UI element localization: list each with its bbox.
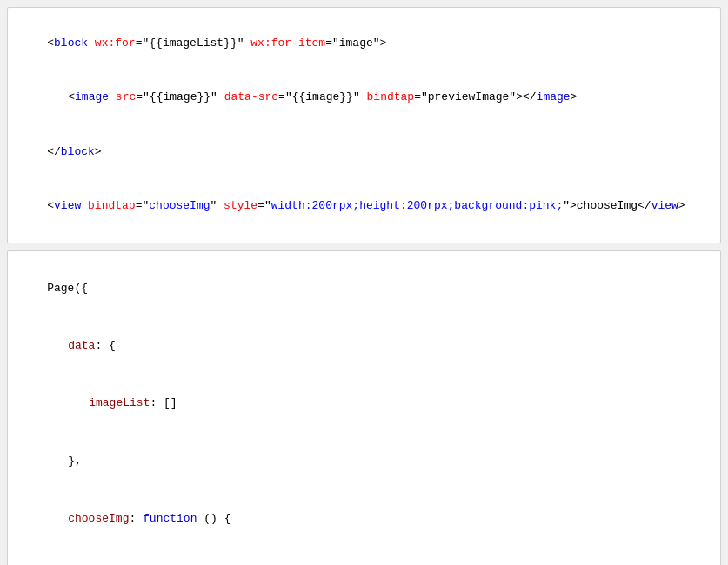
data-key: data: { [20,317,708,375]
data-close: }, [20,432,708,489]
var-that: var that = this; [20,548,708,565]
top-code-block: <block wx:for="{{imageList}}" wx:for-ite… [7,7,721,243]
code-line-1: <block wx:for="{{imageList}}" wx:for-ite… [20,17,708,70]
imageList-key: imageList: [] [20,375,708,432]
page-open: Page({ [20,260,708,317]
chooseImg-def: chooseImg: function () { [20,490,708,548]
main-code-block: Page({ data: { imageList: [] }, chooseIm… [7,250,721,565]
code-line-2: <image src="{{image}}" data-src="{{image… [20,70,708,124]
code-line-4: <view bindtap="chooseImg" style="width:2… [20,179,708,233]
code-line-3: </block> [20,125,708,179]
